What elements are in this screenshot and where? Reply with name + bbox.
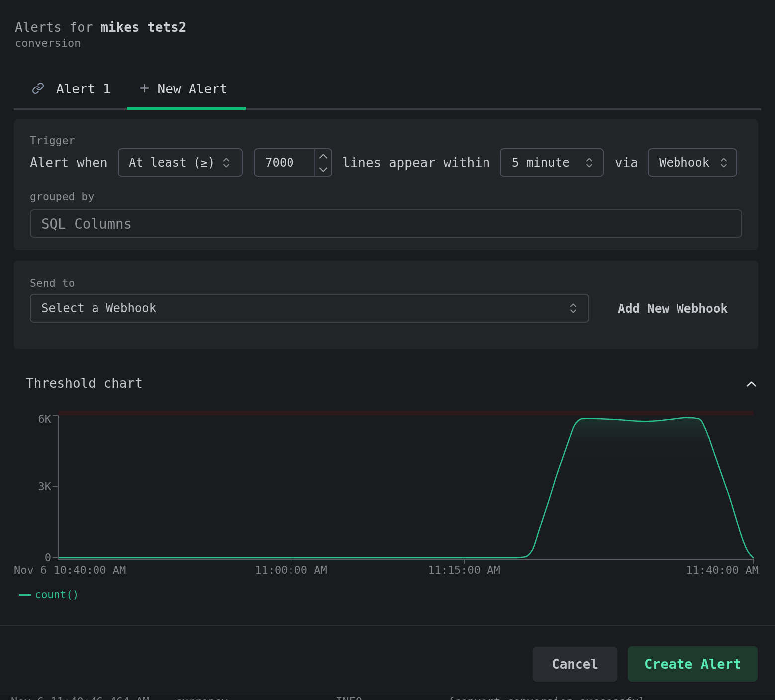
chevron-up-down-icon: [719, 156, 728, 169]
alert-when-text: Alert when: [30, 155, 108, 170]
chevron-up-down-icon: [569, 302, 578, 315]
threshold-exceeded-band: [59, 411, 753, 415]
x-axis-labels: Nov 6 10:40:00 AM 11:00:00 AM 11:15:00 A…: [14, 564, 759, 576]
log-message: {convert conversion successful: [448, 696, 645, 700]
page-title: Alerts for mikes tets2: [15, 20, 186, 35]
page-subtitle: conversion: [15, 37, 81, 49]
x-tick-1100: 11:00:00 AM: [255, 564, 327, 576]
trigger-section-label: Trigger: [30, 134, 75, 147]
threshold-chart-title: Threshold chart: [26, 376, 143, 391]
legend-series-label: count(): [35, 589, 79, 601]
chart-legend[interactable]: count(): [19, 589, 79, 601]
log-level: INFO: [336, 696, 362, 700]
page-title-prefix: Alerts for: [15, 20, 100, 35]
increment-button[interactable]: [315, 149, 331, 163]
footer-divider: [0, 625, 775, 626]
trigger-card: Trigger Alert when At least (≥) 7000 lin…: [14, 119, 758, 250]
channel-select[interactable]: Webhook: [648, 148, 737, 177]
x-tick-1115: 11:15:00 AM: [428, 564, 500, 576]
log-service: currency: [175, 696, 228, 700]
grouped-by-label: grouped by: [30, 190, 94, 203]
threshold-type-select[interactable]: At least (≥): [118, 148, 243, 177]
chevron-up-down-icon: [222, 156, 231, 169]
background-log-row: Nov 6 11:40:46.464 AM currency INFO {con…: [0, 695, 775, 700]
y-tick-6k: 6K: [38, 413, 52, 425]
tab-alert-1-label: Alert 1: [56, 82, 111, 96]
group-by-placeholder: SQL Columns: [41, 216, 132, 232]
threshold-chart: 6K 3K 0 Nov 6 10:40:00 AM 11:00:00 AM 11…: [0, 408, 775, 587]
group-by-input[interactable]: SQL Columns: [30, 209, 742, 238]
alert-tabs: Alert 1 New Alert: [14, 75, 761, 110]
log-timestamp: Nov 6 11:40:46.464 AM: [11, 696, 149, 700]
tab-alert-1[interactable]: Alert 1: [18, 75, 127, 108]
via-text: via: [615, 155, 638, 170]
y-axis-labels: 6K 3K 0: [38, 413, 52, 564]
webhook-select[interactable]: Select a Webhook: [30, 294, 589, 323]
create-alert-button[interactable]: Create Alert: [628, 646, 758, 682]
tab-new-alert[interactable]: New Alert: [127, 75, 246, 108]
legend-line-swatch: [19, 594, 31, 596]
threshold-value-input[interactable]: 7000: [254, 148, 332, 177]
collapse-chart-button[interactable]: [741, 376, 761, 392]
add-new-webhook-button[interactable]: Add New Webhook: [604, 294, 742, 323]
send-to-card: Send to Select a Webhook Add New Webhook: [14, 261, 758, 349]
time-window-select[interactable]: 5 minute: [500, 148, 604, 177]
send-to-label: Send to: [30, 277, 75, 289]
alert-modal: Alerts for mikes tets2 conversion Alert …: [0, 0, 775, 695]
chevron-up-down-icon: [585, 156, 594, 169]
number-steppers: [314, 149, 331, 176]
chart-area-fill: [59, 418, 753, 558]
y-tick-3k: 3K: [38, 480, 52, 493]
time-window-value: 5 minute: [512, 156, 570, 170]
webhook-select-placeholder: Select a Webhook: [41, 301, 156, 315]
tab-new-alert-label: New Alert: [158, 82, 228, 96]
x-tick-1040: Nov 6 10:40:00 AM: [14, 564, 126, 576]
lines-appear-text: lines appear within: [342, 155, 490, 170]
decrement-button[interactable]: [315, 163, 331, 176]
channel-value: Webhook: [659, 156, 709, 170]
threshold-value: 7000: [265, 156, 294, 170]
chevron-up-icon: [746, 380, 757, 388]
cancel-button[interactable]: Cancel: [533, 647, 617, 682]
y-tick-0: 0: [45, 551, 51, 564]
x-tick-1140: 11:40:00 AM: [686, 564, 759, 576]
plus-icon: [139, 83, 150, 94]
threshold-type-value: At least (≥): [129, 156, 215, 170]
page-title-name: mikes tets2: [100, 20, 186, 35]
link-icon: [32, 82, 44, 94]
